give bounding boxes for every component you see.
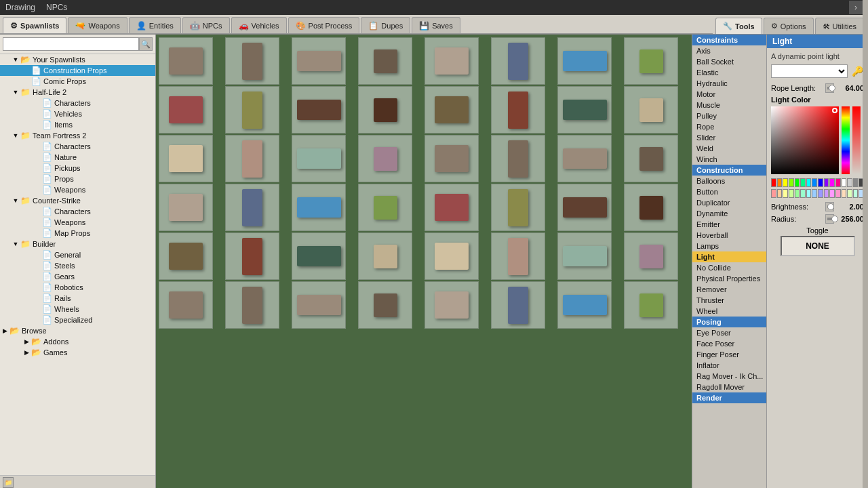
construction-item-no-collide[interactable]: No Collide [692,262,766,273]
tree-item-cs-weapons[interactable]: 📄Weapons [0,217,155,228]
palette-color-27[interactable] [835,189,841,198]
grid-item-47[interactable] [624,281,678,329]
grid-item-2[interactable] [292,37,346,85]
palette-color-2[interactable] [783,178,788,187]
grid-item-22[interactable] [557,135,612,182]
tree-item-counter-strike[interactable]: ▼📁Counter-Strike [0,195,155,206]
construction-item-light[interactable]: Light [692,251,766,262]
tree-item-tf2-pickups[interactable]: 📄Pickups [0,163,155,174]
grid-item-37[interactable] [491,232,545,280]
none-button[interactable]: NONE [781,236,855,256]
construction-item-button[interactable]: Button [692,186,766,197]
light-type-select[interactable] [771,64,848,78]
grid-item-45[interactable] [491,281,545,329]
grid-item-28[interactable] [425,184,479,231]
right-tab-utilities[interactable]: 🛠Utilities [815,18,864,34]
palette-color-21[interactable] [800,189,806,198]
tab-saves[interactable]: 💾Saves [412,17,460,33]
grid-item-9[interactable] [225,86,279,134]
palette-color-19[interactable] [789,189,794,198]
construction-item-emitter[interactable]: Emitter [692,219,766,230]
constraint-item-pulley[interactable]: Pulley [692,110,766,121]
grid-item-36[interactable] [425,232,479,280]
palette-color-26[interactable] [829,189,835,198]
posing-item-ragdoll-mover[interactable]: Ragdoll Mover [692,382,766,392]
tree-item-builder-robotics[interactable]: 📄Robotics [0,282,155,293]
palette-color-10[interactable] [829,178,835,187]
grid-item-31[interactable] [624,184,678,231]
palette-color-23[interactable] [812,189,817,198]
posing-item-inflator[interactable]: Inflator [692,360,766,371]
grid-item-42[interactable] [292,281,346,329]
grid-item-15[interactable] [624,86,678,134]
constraint-item-muscle[interactable]: Muscle [692,100,766,110]
grid-item-29[interactable] [491,184,545,231]
palette-color-8[interactable] [818,178,823,187]
grid-item-24[interactable] [159,184,213,231]
grid-item-20[interactable] [425,135,479,182]
tree-item-construction-props[interactable]: 📄Construction Props [0,65,155,76]
constraint-item-slider[interactable]: Slider [692,132,766,143]
construction-item-balloons[interactable]: Balloons [692,176,766,186]
grid-item-46[interactable] [557,281,612,329]
palette-color-5[interactable] [800,178,806,187]
tree-item-builder-gears[interactable]: 📄Gears [0,271,155,282]
tab-entities[interactable]: 👤Entities [129,17,181,33]
palette-color-13[interactable] [847,178,852,187]
tree-item-hl2-characters[interactable]: 📄Characters [0,98,155,108]
construction-item-dynamite[interactable]: Dynamite [692,208,766,219]
palette-color-28[interactable] [842,189,847,198]
grid-item-44[interactable] [425,281,479,329]
grid-item-8[interactable] [159,86,213,134]
tree-item-builder[interactable]: ▼📁Builder [0,239,155,249]
palette-color-3[interactable] [789,178,794,187]
constraint-item-weld[interactable]: Weld [692,143,766,154]
grid-item-5[interactable] [491,37,545,85]
grid-item-18[interactable] [292,135,346,182]
titlebar-collapse-arrow[interactable]: › [849,1,863,14]
palette-color-11[interactable] [835,178,841,187]
constraint-item-hydraulic[interactable]: Hydraulic [692,78,766,89]
tree-item-hl2-vehicles[interactable]: 📄Vehicles [0,108,155,119]
grid-item-38[interactable] [557,232,612,280]
palette-color-25[interactable] [824,189,829,198]
color-alpha-bar[interactable] [852,106,861,174]
grid-item-0[interactable] [159,37,213,85]
grid-item-16[interactable] [159,135,213,182]
posing-item-eye-poser[interactable]: Eye Poser [692,327,766,338]
grid-item-34[interactable] [292,232,346,280]
tab-vehicles[interactable]: 🚗Vehicles [231,17,287,33]
construction-item-hoverball[interactable]: Hoverball [692,230,766,241]
titlebar-drawing[interactable]: Drawing [5,3,35,12]
tree-item-hl2-items[interactable]: 📄Items [0,119,155,130]
grid-item-33[interactable] [225,232,279,280]
tree-collapse-arrow[interactable]: ▼ [11,89,20,96]
construction-item-remover[interactable]: Remover [692,284,766,295]
grid-item-4[interactable] [425,37,479,85]
construction-item-physical-properties[interactable]: Physical Properties [692,273,766,284]
item-grid-scroll[interactable] [156,35,692,488]
tree-item-cs-characters[interactable]: 📄Characters [0,206,155,217]
tree-item-comic-props[interactable]: 📄Comic Props [0,76,155,87]
titlebar-npcs[interactable]: NPCs [46,3,67,12]
grid-item-19[interactable] [358,135,412,182]
right-tab-tools[interactable]: 🔧Tools [715,18,762,34]
rope-length-slider[interactable] [825,83,834,93]
tree-item-tf2-nature[interactable]: 📄Nature [0,152,155,163]
palette-color-6[interactable] [806,178,812,187]
grid-item-26[interactable] [292,184,346,231]
palette-color-0[interactable] [771,178,776,187]
tree-item-cs-map-props[interactable]: 📄Map Props [0,228,155,239]
tab-dupes[interactable]: 📋Dupes [361,17,410,33]
grid-item-14[interactable] [557,86,612,134]
posing-item-finger-poser[interactable]: Finger Poser [692,349,766,360]
palette-color-7[interactable] [812,178,817,187]
tree-collapse-arrow[interactable]: ▼ [11,132,20,139]
tree-item-tf2-characters[interactable]: 📄Characters [0,141,155,152]
tree-item-games[interactable]: ▶📂Games [0,347,155,358]
constraint-item-rope[interactable]: Rope [692,121,766,132]
grid-item-40[interactable] [159,281,213,329]
construction-item-lamps[interactable]: Lamps [692,241,766,251]
tree-expand-arrow[interactable]: ▶ [22,338,31,345]
tree-item-builder-rails[interactable]: 📄Rails [0,293,155,304]
